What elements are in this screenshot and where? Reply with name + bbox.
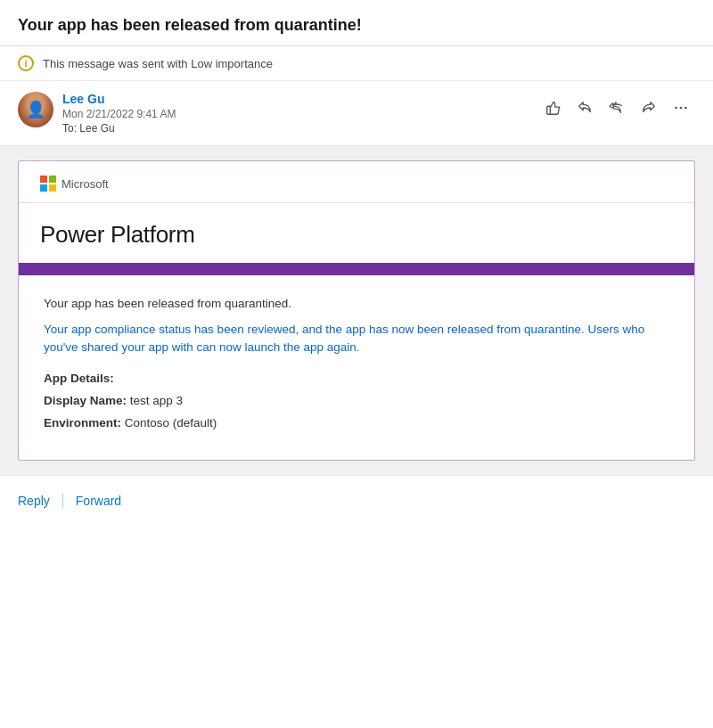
email-body-wrapper: Microsoft Power Platform Your app has be… — [0, 146, 713, 475]
like-button[interactable] — [538, 94, 567, 122]
reply-footer-button[interactable]: Reply — [18, 490, 50, 511]
display-name-label: Display Name: — [44, 394, 127, 407]
sender-datetime: Mon 2/21/2022 9:41 AM — [62, 108, 176, 120]
svg-point-0 — [675, 107, 677, 110]
to-name: Lee Gu — [79, 122, 114, 135]
svg-point-2 — [684, 107, 687, 110]
action-buttons — [538, 94, 695, 122]
ms-logo-text: Microsoft — [61, 177, 109, 191]
reply-button[interactable] — [570, 94, 599, 122]
importance-icon: i — [18, 55, 34, 71]
footer-actions: Reply Forward — [0, 475, 713, 526]
reply-all-button[interactable] — [602, 94, 631, 122]
purple-band — [19, 263, 694, 275]
ms-logo: Microsoft — [40, 176, 673, 192]
body-description: Your app compliance status has been revi… — [44, 321, 669, 357]
importance-bar: i This message was sent with Low importa… — [0, 46, 713, 81]
email-subject: Your app has been released from quaranti… — [18, 16, 362, 34]
environment-label: Environment: — [44, 416, 121, 429]
email-page: Your app has been released from quaranti… — [0, 0, 713, 728]
footer-divider — [62, 493, 63, 509]
sender-left: 👤 Lee Gu Mon 2/21/2022 9:41 AM To: Lee G… — [18, 92, 176, 135]
environment-row: Environment: Contoso (default) — [44, 416, 669, 429]
subject-bar: Your app has been released from quaranti… — [0, 0, 713, 46]
display-name-value: test app 3 — [130, 394, 183, 407]
more-options-button[interactable] — [667, 94, 695, 122]
sender-row: 👤 Lee Gu Mon 2/21/2022 9:41 AM To: Lee G… — [0, 81, 713, 146]
sender-name[interactable]: Lee Gu — [62, 92, 176, 106]
pp-heading-area: Power Platform — [19, 203, 694, 263]
ms-logo-yellow — [49, 184, 56, 192]
display-name-row: Display Name: test app 3 — [44, 394, 669, 407]
sender-to: To: Lee Gu — [62, 122, 176, 135]
forward-action-button[interactable] — [635, 94, 663, 122]
ms-logo-green — [49, 176, 56, 183]
body-intro: Your app has been released from quaranti… — [44, 297, 669, 310]
sender-info: Lee Gu Mon 2/21/2022 9:41 AM To: Lee Gu — [62, 92, 176, 135]
ms-logo-icon — [40, 176, 56, 192]
email-inner-body: Your app has been released from quaranti… — [19, 275, 694, 460]
importance-text: This message was sent with Low importanc… — [43, 57, 273, 70]
ms-email-header: Microsoft — [19, 161, 694, 203]
forward-footer-button[interactable]: Forward — [76, 490, 121, 511]
ms-logo-red — [40, 176, 47, 183]
avatar-face: 👤 — [18, 92, 53, 127]
pp-title: Power Platform — [40, 221, 673, 249]
app-details-heading: App Details: — [44, 372, 669, 385]
email-content-card: Microsoft Power Platform Your app has be… — [18, 160, 695, 461]
to-label: To: — [62, 122, 77, 135]
svg-point-1 — [680, 107, 683, 110]
avatar: 👤 — [18, 92, 53, 127]
ms-logo-blue — [40, 184, 47, 192]
environment-value: Contoso (default) — [125, 416, 217, 429]
